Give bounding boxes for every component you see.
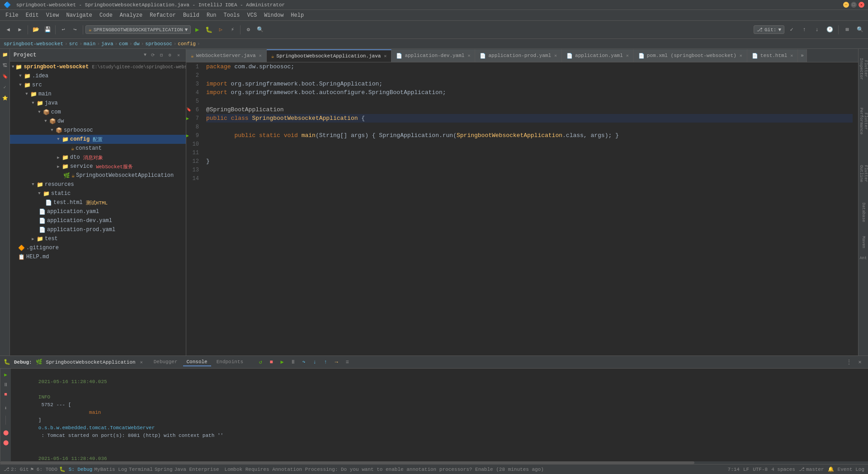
maximize-button[interactable]: □ (851, 2, 857, 8)
line-col-status[interactable]: 7:14 (728, 466, 740, 472)
minimize-button[interactable]: ─ (843, 2, 849, 8)
tree-item-app-dev-yaml[interactable]: 📄 application-dev.yaml (10, 216, 186, 225)
tree-item-sprboosoc[interactable]: ▼ 📦 sprboosoc (10, 126, 186, 135)
git-branch-status[interactable]: ⎇ master (799, 466, 824, 472)
tree-item-main[interactable]: ▼ 📁 main (10, 90, 186, 99)
menu-view[interactable]: View (42, 11, 63, 19)
forward-button[interactable]: ▶ (14, 24, 25, 35)
breadcrumb-config[interactable]: config (178, 41, 196, 47)
spring-tab[interactable]: Spring (155, 467, 173, 472)
step-out-button[interactable]: ↑ (321, 358, 330, 367)
tree-item-test[interactable]: ▶ 📁 test (10, 234, 186, 243)
menu-run[interactable]: Run (203, 11, 220, 19)
tab-testhtml[interactable]: 📄 test.html ✕ (747, 49, 798, 62)
git-tab[interactable]: ⎇ 2: Git (4, 466, 29, 472)
console-scrollbar[interactable] (0, 461, 868, 464)
menu-window[interactable]: Window (260, 11, 287, 19)
debug-button[interactable]: 🐛 (203, 24, 214, 35)
tab-websocketserver[interactable]: ☕ WebSocketServer.java ✕ (186, 49, 267, 62)
menu-analyze[interactable]: Analyze (116, 11, 146, 19)
close-tab-appprod[interactable]: ✕ (554, 53, 557, 58)
pause-button[interactable]: ⏸ (288, 358, 297, 367)
rerun-button[interactable]: ↺ (256, 358, 265, 367)
save-all-button[interactable]: 💾 (42, 24, 53, 35)
bookmarks-icon[interactable]: 🔖 (1, 72, 9, 81)
flutter-outline-icon[interactable]: Flutter Outline (859, 156, 868, 192)
undo-button[interactable]: ↩ (58, 24, 69, 35)
tree-item-app-prod-yaml[interactable]: 📄 application-prod.yaml (10, 225, 186, 234)
search-button[interactable]: 🔍 (854, 24, 865, 35)
close-tab-websocketserver[interactable]: ✕ (259, 53, 262, 58)
tree-item-java[interactable]: ▼ 📁 java (10, 99, 186, 108)
console-scrollbar-thumb[interactable] (0, 461, 694, 464)
breadcrumb-root[interactable]: springboot-websocket (4, 41, 63, 47)
tree-item-helpmd[interactable]: 📋 HELP.md (10, 252, 186, 261)
gear-icon[interactable]: ⚙ (166, 52, 174, 59)
menu-help[interactable]: Help (287, 11, 307, 19)
tree-item-com[interactable]: ▼ 📦 com (10, 108, 186, 117)
hide-panel-button[interactable]: ✕ (855, 358, 864, 367)
tab-appprod[interactable]: 📄 application-prod.yaml ✕ (475, 49, 562, 62)
breadcrumb-sprboosoc[interactable]: sprboosoc (145, 41, 172, 47)
ant-icon[interactable]: Ant (859, 254, 868, 262)
tree-item-static[interactable]: ▼ 📁 static (10, 189, 186, 198)
indent-status[interactable]: 4 spaces (771, 466, 795, 472)
project-icon[interactable]: 📁 (1, 51, 9, 59)
close-tab-appyaml[interactable]: ✕ (626, 53, 629, 58)
tab-springbootapp[interactable]: ☕ SpringbootWebsocketApplication.java ✕ (267, 49, 392, 62)
run-main-icon[interactable]: ▶ (186, 133, 189, 138)
step-over-button[interactable]: ↷ (299, 358, 308, 367)
tree-item-service[interactable]: ▶ 📁 service WebSocket服务 (10, 162, 186, 171)
breadcrumb-main[interactable]: main (84, 41, 95, 47)
mybatis-tab[interactable]: MyBatis Log (94, 467, 127, 472)
lf-status[interactable]: LF (743, 466, 749, 472)
close-tab-testhtml[interactable]: ✕ (790, 53, 793, 58)
tree-item-app-class[interactable]: 🌿 ☕ SpringbootWebsocketApplication (10, 171, 186, 180)
tree-item-resources[interactable]: ▼ 📁 resources (10, 180, 186, 189)
hide-panel-button[interactable]: ✕ (175, 52, 182, 59)
run-button[interactable]: ▶ (192, 24, 203, 35)
menu-tools[interactable]: Tools (220, 11, 244, 19)
breakpoint-icon[interactable]: ⬤ (2, 428, 10, 436)
todo-tab[interactable]: ⚑ 6: TODO (31, 466, 57, 472)
sync-button[interactable]: ⟳ (149, 52, 156, 59)
breadcrumb-dw[interactable]: dw (134, 41, 140, 47)
commit-button[interactable]: ✓ (786, 24, 797, 35)
java-enterprise-tab[interactable]: Java Enterprise (175, 467, 219, 472)
run-config-selector[interactable]: ☕ SPRINGBOOTWEBSOCKETAPPLICATION ▼ (85, 25, 191, 34)
project-dropdown-icon[interactable]: ▼ (144, 52, 146, 57)
tree-item-dw[interactable]: ▼ 📦 dw (10, 117, 186, 126)
coverage-button[interactable]: ▷ (215, 24, 226, 35)
breadcrumb-com[interactable]: com (119, 41, 128, 47)
flutter-performance-icon[interactable]: Flutter Performance (859, 99, 868, 144)
close-button[interactable]: ✕ (859, 2, 864, 8)
history-button[interactable]: 🕐 (824, 24, 835, 35)
menu-code[interactable]: Code (96, 11, 116, 19)
pull-button[interactable]: ↓ (811, 24, 822, 35)
search-everywhere-button[interactable]: 🔍 (255, 24, 265, 35)
menu-file[interactable]: File (2, 11, 22, 19)
close-debug-panel[interactable]: ✕ (140, 360, 143, 365)
tab-pom[interactable]: 📄 pom.xml (springboot-websocket) ✕ (634, 49, 747, 62)
run-here-icon[interactable]: ▶ (186, 116, 189, 121)
back-button[interactable]: ◀ (3, 24, 14, 35)
tree-item-idea[interactable]: ▼ 📁 .idea (10, 71, 186, 81)
tree-item-gitignore[interactable]: 🔶 .gitignore (10, 243, 186, 252)
tab-appyaml[interactable]: 📄 application.yaml ✕ (562, 49, 634, 62)
structure-icon[interactable]: 🏗 (1, 62, 9, 70)
mute-breakpoints-btn[interactable]: ⬤ (2, 438, 10, 446)
debug-tab-debugger[interactable]: Debugger (150, 358, 181, 366)
breadcrumb-java[interactable]: java (101, 41, 113, 47)
tab-more[interactable]: » (798, 49, 807, 62)
bookmark-icon[interactable]: 🔖 (186, 107, 191, 112)
debug-pause-all-btn[interactable]: ⏸ (2, 380, 10, 389)
profile-button[interactable]: ⚡ (227, 24, 238, 35)
run-to-cursor-button[interactable]: → (332, 358, 341, 367)
menu-edit[interactable]: Edit (22, 11, 42, 19)
notifications-status[interactable]: 🔔 (828, 466, 834, 472)
pin-tab-button[interactable]: ⋮ (844, 358, 854, 367)
menu-refactor[interactable]: Refactor (146, 11, 179, 19)
evaluate-expression-button[interactable]: ≡ (343, 358, 352, 367)
redo-button[interactable]: ↪ (70, 24, 80, 35)
collapse-all-button[interactable]: ⊟ (158, 52, 165, 59)
